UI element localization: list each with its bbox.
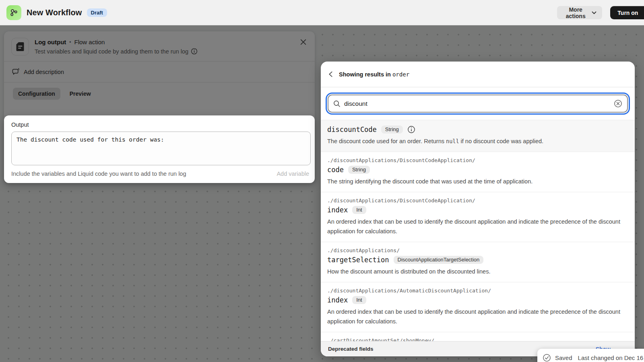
result-description: An ordered index that can be used to ide… <box>327 307 628 326</box>
output-label: Output <box>11 121 309 128</box>
result-path: ./discountApplications/DiscountCodeAppli… <box>327 197 628 204</box>
check-circle-icon <box>543 354 551 362</box>
output-textarea[interactable]: The discount code used for this order wa… <box>11 132 311 165</box>
result-row-code[interactable]: ./discountApplications/DiscountCodeAppli… <box>321 152 635 192</box>
result-path: ./discountApplications/ <box>327 247 628 253</box>
result-row-index[interactable]: ./discountApplications/AutomaticDiscount… <box>321 282 635 332</box>
page-title: New Workflow <box>27 8 82 17</box>
top-bar: New Workflow Draft More actions Turn on <box>0 0 644 25</box>
panel-header: Showing results in order <box>321 62 635 87</box>
result-description: The discount code used for an order. Ret… <box>327 136 628 146</box>
result-description: How the discount amount is distributed o… <box>327 267 628 276</box>
clear-search-icon[interactable] <box>614 99 622 108</box>
toast-saved-label: Saved <box>555 354 572 361</box>
output-helper-text: Include the variables and Liquid code yo… <box>11 171 186 177</box>
back-chevron-icon[interactable] <box>328 71 333 77</box>
result-row-targetSelection[interactable]: ./discountApplications/targetSelectionDi… <box>321 242 635 282</box>
type-badge: String <box>381 125 403 134</box>
result-field-name: index <box>327 206 348 214</box>
flow-logo-icon <box>6 5 21 20</box>
type-badge: String <box>348 166 370 174</box>
results-list: discountCodeStringThe discount code used… <box>321 120 635 356</box>
search-icon <box>333 100 341 107</box>
chevron-down-icon <box>592 11 597 14</box>
add-variable-button[interactable]: Add variable <box>277 171 309 177</box>
result-field-name: code <box>327 166 344 174</box>
result-row-index[interactable]: ./discountApplications/DiscountCodeAppli… <box>321 192 635 242</box>
result-field-name: discountCode <box>327 125 377 134</box>
result-field-name: index <box>327 296 348 304</box>
info-icon[interactable] <box>407 125 415 134</box>
search-section <box>321 87 635 120</box>
output-section: Output The discount code used for this o… <box>4 115 315 183</box>
more-actions-button[interactable]: More actions <box>557 6 602 19</box>
type-badge: Int <box>352 296 366 304</box>
turn-on-button[interactable]: Turn on <box>610 6 644 19</box>
result-row-discountCode[interactable]: discountCodeStringThe discount code used… <box>321 120 635 152</box>
more-actions-label: More actions <box>563 6 588 19</box>
saved-toast: Saved Last changed on Dec 16 <box>537 349 644 362</box>
result-description: The string identifying the discount code… <box>327 177 628 186</box>
type-badge: DiscountApplicationTargetSelection <box>394 256 484 264</box>
type-badge: Int <box>352 206 366 214</box>
result-description: An ordered index that can be used to ide… <box>327 217 628 236</box>
search-input[interactable] <box>344 100 610 107</box>
result-field-name: targetSelection <box>327 256 389 264</box>
result-path: ./discountApplications/AutomaticDiscount… <box>327 288 628 294</box>
result-path: ./discountApplications/DiscountCodeAppli… <box>327 157 628 163</box>
variable-search-panel: Showing results in order discountCodeStr… <box>321 62 635 356</box>
panel-context-object: order <box>392 71 409 78</box>
panel-title-text: Showing results in <box>339 71 391 78</box>
search-box <box>328 95 628 113</box>
status-badge: Draft <box>87 8 107 17</box>
panel-title: Showing results in order <box>339 71 409 78</box>
toast-detail: Last changed on Dec 16 <box>578 354 644 361</box>
deprecated-fields-label: Deprecated fields <box>328 346 374 352</box>
